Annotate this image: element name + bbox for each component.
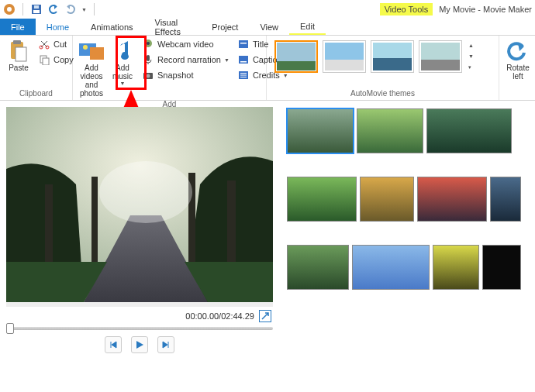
- clip-item[interactable]: [287, 177, 357, 222]
- clip-item[interactable]: [490, 177, 521, 222]
- camera-icon: [142, 69, 154, 81]
- caption-icon: [237, 53, 250, 66]
- add-videos-icon: [79, 39, 104, 64]
- svg-point-15: [121, 53, 129, 60]
- svg-rect-31: [277, 61, 316, 70]
- mic-icon: [142, 53, 154, 66]
- copy-button[interactable]: Copy: [36, 53, 76, 67]
- add-videos-button[interactable]: Add videos and photos: [78, 37, 105, 99]
- paste-icon: [6, 39, 31, 64]
- title-label: Title: [253, 40, 268, 49]
- theme-item[interactable]: [323, 40, 366, 73]
- clip-item[interactable]: [482, 245, 521, 290]
- paste-label: Paste: [9, 64, 29, 72]
- paste-button[interactable]: Paste: [5, 37, 33, 74]
- rotate-left-label: Rotate left: [506, 64, 530, 81]
- redo-icon[interactable]: [64, 3, 77, 15]
- tab-edit[interactable]: Edit: [289, 19, 326, 35]
- theme-item[interactable]: [371, 40, 414, 73]
- seek-thumb[interactable]: [6, 323, 14, 334]
- undo-icon[interactable]: [47, 3, 60, 15]
- tab-view[interactable]: View: [249, 19, 289, 35]
- clip-item[interactable]: [287, 108, 354, 153]
- svg-rect-23: [240, 43, 247, 44]
- record-label: Record narration: [157, 55, 221, 64]
- snapshot-label: Snapshot: [157, 70, 193, 80]
- svg-rect-35: [373, 58, 412, 70]
- app-icon: [3, 3, 16, 15]
- music-note-icon: [110, 39, 135, 64]
- play-button[interactable]: [131, 336, 148, 353]
- cut-label: Cut: [54, 40, 67, 49]
- snapshot-button[interactable]: Snapshot: [140, 68, 232, 82]
- themes-group-label: AutoMovie themes: [271, 88, 494, 98]
- svg-rect-33: [325, 60, 364, 70]
- dropdown-icon: ▼: [120, 81, 126, 86]
- record-narration-button[interactable]: Record narration ▼: [140, 53, 232, 67]
- webcam-button[interactable]: Webcam video: [140, 37, 232, 51]
- svg-rect-25: [240, 61, 247, 63]
- svg-rect-22: [239, 40, 248, 48]
- fullscreen-button[interactable]: [259, 310, 271, 322]
- clip-item[interactable]: [360, 177, 414, 222]
- prev-frame-button[interactable]: [105, 336, 122, 353]
- cut-icon: [38, 38, 50, 50]
- time-display: 00:00.00/02:44.29: [185, 311, 254, 321]
- title-icon: [237, 38, 250, 50]
- clip-item[interactable]: [426, 108, 512, 153]
- webcam-icon: [142, 38, 154, 50]
- svg-rect-28: [240, 75, 247, 76]
- svg-point-44: [99, 161, 192, 223]
- theme-item[interactable]: [419, 40, 462, 73]
- save-icon[interactable]: [30, 3, 43, 15]
- credits-icon: [237, 69, 250, 81]
- tab-file[interactable]: File: [0, 19, 36, 35]
- qat-dropdown-icon[interactable]: ▼: [81, 7, 87, 12]
- clipboard-group-label: Clipboard: [5, 88, 67, 98]
- window-title: My Movie - Movie Maker: [439, 3, 532, 14]
- storyboard-pane[interactable]: [279, 101, 535, 392]
- preview-pane: [6, 107, 273, 302]
- expand-icon[interactable]: ▾: [468, 64, 474, 70]
- dropdown-icon: ▼: [283, 73, 288, 78]
- theme-item[interactable]: [274, 40, 318, 73]
- clip-item[interactable]: [433, 245, 479, 290]
- svg-rect-3: [33, 10, 40, 13]
- tab-visual-effects[interactable]: Visual Effects: [144, 19, 202, 35]
- tab-animations[interactable]: Animations: [80, 19, 143, 35]
- svg-rect-11: [43, 58, 49, 65]
- video-tools-label: Video Tools: [385, 5, 428, 14]
- svg-point-21: [147, 74, 150, 78]
- clip-item[interactable]: [417, 177, 487, 222]
- copy-label: Copy: [54, 55, 74, 64]
- contextual-tab-group: Video Tools: [380, 3, 433, 15]
- add-music-button[interactable]: Add music ▼: [109, 37, 136, 88]
- add-music-label: Add music: [110, 64, 135, 81]
- rotate-left-button[interactable]: Rotate left: [504, 37, 532, 82]
- dropdown-icon: ▼: [224, 57, 230, 63]
- clip-item[interactable]: [287, 245, 349, 290]
- scroll-down-icon[interactable]: ▼: [468, 53, 474, 59]
- copy-icon: [38, 53, 50, 66]
- clip-item[interactable]: [352, 245, 430, 290]
- svg-rect-37: [421, 60, 460, 70]
- seek-bar[interactable]: [6, 325, 273, 332]
- tab-home[interactable]: Home: [36, 19, 80, 35]
- cut-button[interactable]: Cut: [36, 37, 76, 51]
- svg-rect-7: [16, 47, 26, 61]
- tab-project[interactable]: Project: [201, 19, 249, 35]
- scroll-up-icon[interactable]: ▲: [468, 43, 474, 48]
- svg-point-14: [83, 45, 88, 50]
- svg-rect-27: [240, 73, 247, 74]
- svg-rect-4: [34, 5, 39, 9]
- add-videos-label: Add videos and photos: [79, 64, 104, 98]
- rotate-left-icon: [506, 39, 530, 64]
- next-frame-button[interactable]: [157, 336, 174, 353]
- svg-point-1: [7, 7, 12, 12]
- svg-rect-13: [90, 47, 104, 60]
- svg-rect-18: [147, 55, 150, 61]
- webcam-label: Webcam video: [157, 40, 214, 49]
- svg-rect-6: [13, 40, 21, 44]
- svg-rect-29: [240, 77, 247, 77]
- clip-item[interactable]: [357, 108, 423, 153]
